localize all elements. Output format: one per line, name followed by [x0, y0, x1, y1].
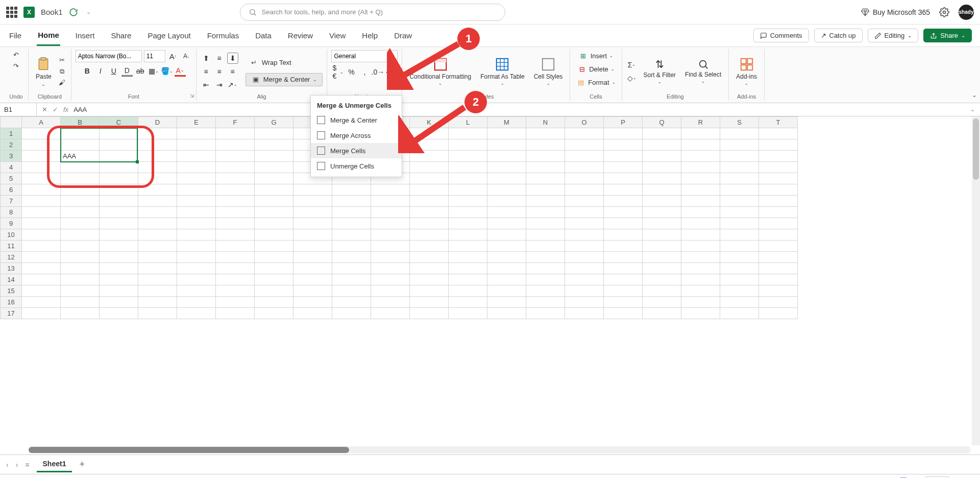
comma-button[interactable]: ,	[359, 66, 370, 78]
cell[interactable]	[22, 184, 61, 196]
cell[interactable]	[100, 218, 138, 229]
cell[interactable]	[332, 297, 371, 308]
cell[interactable]	[487, 229, 526, 241]
cell[interactable]	[410, 241, 449, 252]
cell[interactable]	[681, 274, 720, 285]
cell[interactable]	[720, 207, 759, 218]
cell[interactable]	[526, 128, 565, 139]
cell[interactable]	[410, 297, 449, 308]
cell[interactable]	[643, 196, 681, 207]
cell[interactable]	[681, 207, 720, 218]
cell[interactable]	[138, 308, 177, 319]
cell[interactable]	[255, 128, 293, 139]
buy-m365-button[interactable]: Buy Microsoft 365	[861, 8, 930, 17]
cell[interactable]	[138, 285, 177, 297]
cell[interactable]	[565, 196, 604, 207]
cell[interactable]	[643, 263, 681, 274]
cell-styles-button[interactable]: Cell Styles⌄	[531, 56, 566, 87]
format-as-table-button[interactable]: Format As Table⌄	[477, 56, 527, 87]
cell[interactable]	[526, 297, 565, 308]
name-box[interactable]: B1	[0, 103, 37, 116]
cell[interactable]	[720, 162, 759, 173]
cell[interactable]	[138, 151, 177, 162]
cell[interactable]	[61, 128, 100, 139]
cell[interactable]	[720, 308, 759, 319]
cell[interactable]	[255, 139, 293, 151]
row-header[interactable]: 8	[1, 207, 22, 218]
increase-decimal-button[interactable]: .0→	[372, 66, 383, 78]
merge-across-item[interactable]: Merge Across	[311, 128, 402, 143]
cell[interactable]	[22, 128, 61, 139]
cell[interactable]	[565, 252, 604, 263]
cell[interactable]	[410, 207, 449, 218]
cell[interactable]	[332, 274, 371, 285]
cell[interactable]	[332, 207, 371, 218]
cell[interactable]	[565, 162, 604, 173]
cell[interactable]	[61, 139, 100, 151]
sheet-tab[interactable]: Sheet1	[37, 457, 72, 472]
cell[interactable]	[487, 184, 526, 196]
cell[interactable]	[293, 297, 332, 308]
cell[interactable]	[410, 229, 449, 241]
cell[interactable]	[565, 263, 604, 274]
cell[interactable]	[61, 218, 100, 229]
percent-button[interactable]: %	[346, 66, 357, 78]
cell[interactable]	[720, 196, 759, 207]
cell[interactable]	[643, 274, 681, 285]
cell[interactable]	[216, 173, 255, 184]
cell[interactable]	[759, 297, 798, 308]
cell[interactable]	[332, 241, 371, 252]
cell[interactable]	[61, 285, 100, 297]
cell[interactable]	[449, 252, 487, 263]
cell[interactable]	[604, 207, 643, 218]
cell[interactable]	[681, 184, 720, 196]
column-header[interactable]: D	[138, 117, 177, 128]
cell[interactable]	[526, 151, 565, 162]
column-header[interactable]: P	[604, 117, 643, 128]
catchup-button[interactable]: ↗Catch up	[814, 29, 863, 42]
cell[interactable]	[371, 263, 410, 274]
cell[interactable]	[565, 151, 604, 162]
cell[interactable]	[177, 308, 216, 319]
cell[interactable]	[177, 162, 216, 173]
cell[interactable]	[138, 274, 177, 285]
cell[interactable]	[371, 285, 410, 297]
cell[interactable]	[332, 252, 371, 263]
row-header[interactable]: 13	[1, 263, 22, 274]
cell[interactable]	[138, 184, 177, 196]
cell[interactable]	[681, 218, 720, 229]
tab-help[interactable]: Help	[361, 26, 379, 45]
redo-button[interactable]: ↷	[12, 61, 21, 70]
cell[interactable]	[216, 162, 255, 173]
cell[interactable]	[410, 263, 449, 274]
cell[interactable]	[487, 297, 526, 308]
align-middle-button[interactable]: ≡	[214, 53, 225, 64]
cell[interactable]	[681, 252, 720, 263]
cell[interactable]	[565, 184, 604, 196]
cell[interactable]	[177, 241, 216, 252]
cell[interactable]	[565, 207, 604, 218]
italic-button[interactable]: I	[95, 65, 106, 77]
cell[interactable]	[410, 173, 449, 184]
cell[interactable]	[255, 207, 293, 218]
cell[interactable]	[643, 184, 681, 196]
cell[interactable]	[22, 274, 61, 285]
cell[interactable]	[177, 207, 216, 218]
cell[interactable]	[61, 263, 100, 274]
cell[interactable]	[720, 218, 759, 229]
column-header[interactable]: R	[681, 117, 720, 128]
cell[interactable]	[449, 184, 487, 196]
cell[interactable]	[565, 229, 604, 241]
cell[interactable]	[61, 297, 100, 308]
borders-button[interactable]: ▦⌄	[148, 65, 159, 77]
cell[interactable]	[487, 241, 526, 252]
cell[interactable]	[177, 252, 216, 263]
orientation-button[interactable]: ↗⌄	[227, 79, 238, 90]
tab-file[interactable]: File	[8, 26, 22, 45]
tab-formulas[interactable]: Formulas	[206, 26, 240, 45]
cell[interactable]	[177, 218, 216, 229]
font-family-select[interactable]	[76, 50, 142, 62]
cell[interactable]	[487, 263, 526, 274]
cell[interactable]	[604, 218, 643, 229]
zoom-level[interactable]: 100%	[925, 476, 950, 479]
